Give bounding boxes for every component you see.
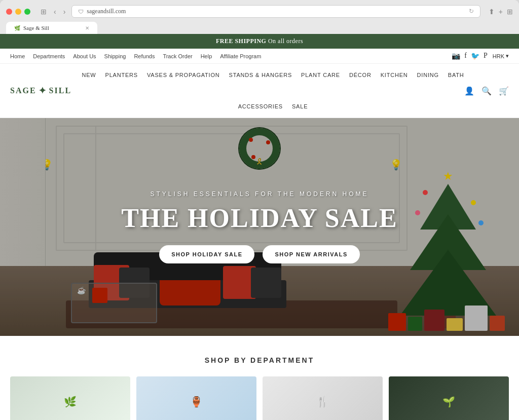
hero-title: THE HOLIDAY SALE	[121, 204, 397, 233]
tab-close-button[interactable]: ✕	[85, 25, 89, 31]
currency-selector[interactable]: HRK ▾	[493, 53, 509, 59]
main-nav-actions: 👤 🔍 🛒	[464, 86, 509, 96]
back-button[interactable]: ‹	[52, 7, 58, 17]
nav-kitchen[interactable]: KITCHEN	[381, 64, 408, 86]
browser-chrome: ⊞ ‹ › 🛡 sageandsill.com ↻ ⬆ + ⊞ 🌿 Sage &…	[0, 0, 519, 34]
twitter-icon[interactable]: 🐦	[471, 52, 479, 60]
hero-section: 🎗 💡 💡 🧦 🧦 🧦	[0, 118, 519, 336]
tab-bar: 🌿 Sage & Sill ✕	[6, 22, 513, 34]
dept-grid: 🌿 🏺 🍴 🌱	[10, 376, 509, 420]
shop-new-arrivals-button[interactable]: SHOP NEW ARRIVALS	[263, 245, 359, 263]
top-nav-refunds[interactable]: Refunds	[134, 53, 155, 59]
nav-decor[interactable]: DÉCOR	[349, 64, 372, 86]
main-nav-links: NEW PLANTERS VASES & PROPAGATION STANDS …	[82, 64, 464, 118]
main-nav: SAGE ✦ SILL NEW PLANTERS VASES & PROPAGA…	[0, 64, 519, 118]
kitchen-icon: 🍴	[316, 396, 329, 408]
top-nav-home[interactable]: Home	[10, 53, 25, 59]
shield-icon: 🛡	[78, 9, 84, 15]
top-nav-affiliate[interactable]: Affiliate Program	[220, 53, 261, 59]
nav-new[interactable]: NEW	[82, 64, 96, 86]
top-nav: Home Departments About Us Shipping Refun…	[0, 49, 519, 64]
nav-stands[interactable]: STANDS & HANGERS	[229, 64, 292, 86]
minimize-button[interactable]	[15, 9, 21, 15]
site-content: FREE SHIPPING On all orders Home Departm…	[0, 34, 519, 420]
share-button[interactable]: ⬆	[489, 8, 495, 16]
nav-sale[interactable]: SALE	[292, 95, 308, 118]
browser-window: ⊞ ‹ › 🛡 sageandsill.com ↻ ⬆ + ⊞ 🌿 Sage &…	[0, 0, 519, 420]
nav-accessories[interactable]: ACCESSORIES	[238, 95, 283, 118]
top-nav-shipping[interactable]: Shipping	[104, 53, 126, 59]
sidebar-toggle[interactable]: ⊞	[39, 7, 49, 17]
new-tab-button[interactable]: +	[499, 8, 503, 16]
nav-plant-care[interactable]: PLANT CARE	[301, 64, 340, 86]
hero-subtitle: STYLISH ESSENTIALS FOR THE MODERN HOME	[121, 190, 397, 198]
dept-card-kitchen[interactable]: 🍴	[263, 376, 383, 420]
nav-dining[interactable]: DINING	[417, 64, 439, 86]
top-nav-track[interactable]: Track Order	[163, 53, 192, 59]
pinterest-icon[interactable]: P	[484, 52, 488, 60]
top-nav-departments[interactable]: Departments	[33, 53, 65, 59]
announcement-bold: FREE SHIPPING	[216, 37, 267, 45]
dept-card-vases[interactable]: 🏺	[136, 376, 256, 420]
browser-top-bar: ⊞ ‹ › 🛡 sageandsill.com ↻ ⬆ + ⊞	[6, 5, 513, 18]
logo-text-2: SILL	[49, 86, 71, 95]
logo-text-1: SAGE	[10, 86, 36, 95]
social-icons: 📷 f 🐦 P	[452, 52, 487, 60]
top-nav-about[interactable]: About Us	[73, 53, 96, 59]
dark-card-icon: 🌱	[442, 396, 455, 408]
url-text: sageandsill.com	[87, 8, 126, 15]
tab-title: Sage & Sill	[23, 25, 49, 31]
facebook-icon[interactable]: f	[464, 52, 467, 60]
logo[interactable]: SAGE ✦ SILL	[10, 79, 71, 102]
cart-button[interactable]: 🛒	[499, 86, 509, 96]
grid-view-button[interactable]: ⊞	[507, 8, 513, 16]
tab-favicon: 🌿	[14, 25, 20, 31]
top-nav-right: 📷 f 🐦 P HRK ▾	[452, 52, 509, 60]
top-nav-links: Home Departments About Us Shipping Refun…	[10, 53, 261, 59]
nav-bath[interactable]: BATH	[448, 64, 464, 86]
traffic-lights	[6, 9, 30, 15]
top-nav-help[interactable]: Help	[201, 53, 212, 59]
shop-dept-title: SHOP BY DEPARTMENT	[10, 356, 509, 364]
browser-controls: ⊞ ‹ ›	[39, 7, 67, 17]
announcement-bar: FREE SHIPPING On all orders	[0, 34, 519, 49]
address-bar[interactable]: 🛡 sageandsill.com ↻	[71, 5, 480, 18]
dept-card-dark[interactable]: 🌱	[389, 376, 509, 420]
close-button[interactable]	[6, 9, 12, 15]
nav-planters[interactable]: PLANTERS	[105, 64, 138, 86]
hero-content: STYLISH ESSENTIALS FOR THE MODERN HOME T…	[121, 190, 397, 263]
chevron-down-icon: ▾	[506, 53, 509, 59]
maximize-button[interactable]	[24, 9, 30, 15]
planters-icon: 🌿	[64, 396, 77, 408]
forward-button[interactable]: ›	[61, 7, 68, 17]
browser-actions: ⬆ + ⊞	[489, 8, 513, 16]
hero-buttons: SHOP HOLIDAY SALE SHOP NEW ARRIVALS	[121, 245, 397, 263]
search-button[interactable]: 🔍	[481, 86, 492, 96]
announcement-text: On all orders	[266, 37, 303, 45]
dept-card-planters[interactable]: 🌿	[10, 376, 130, 420]
account-button[interactable]: 👤	[464, 86, 474, 96]
refresh-icon: ↻	[469, 8, 474, 15]
currency-label: HRK	[493, 53, 504, 59]
nav-vases[interactable]: VASES & PROPAGATION	[147, 64, 220, 86]
instagram-icon[interactable]: 📷	[452, 52, 460, 60]
shop-by-department: SHOP BY DEPARTMENT 🌿 🏺 🍴 🌱	[0, 336, 519, 420]
browser-tab[interactable]: 🌿 Sage & Sill ✕	[6, 22, 97, 34]
shop-holiday-sale-button[interactable]: SHOP HOLIDAY SALE	[159, 245, 254, 263]
logo-leaf-icon: ✦	[39, 85, 47, 96]
vases-icon: 🏺	[190, 396, 203, 408]
